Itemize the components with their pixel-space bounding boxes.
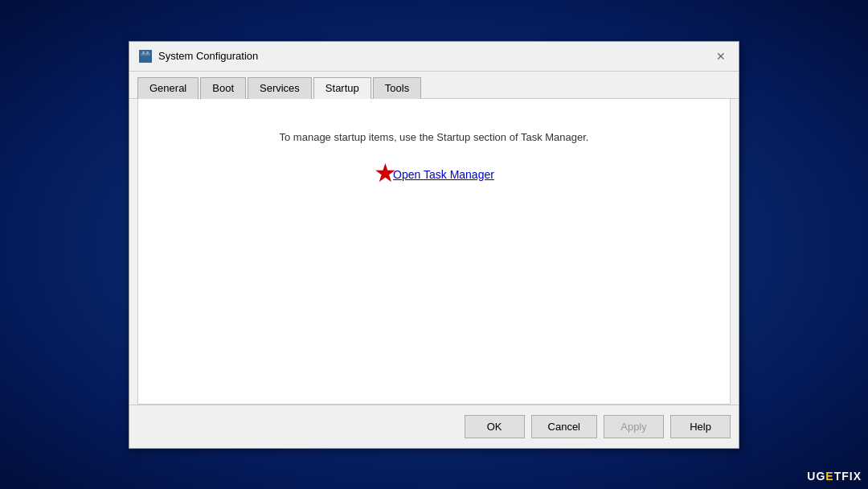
dialog-icon <box>139 50 152 63</box>
tab-bar: General Boot Services Startup Tools <box>129 72 739 99</box>
svg-rect-2 <box>142 51 145 54</box>
dialog-title: System Configuration <box>158 50 258 62</box>
tab-startup[interactable]: Startup <box>313 77 371 99</box>
title-bar-left: System Configuration <box>139 50 258 63</box>
task-manager-container: ★ Open Task Manager <box>374 159 494 190</box>
help-button[interactable]: Help <box>670 415 731 438</box>
watermark-part2: E <box>825 470 833 483</box>
system-configuration-dialog: System Configuration ✕ General Boot Serv… <box>129 41 739 449</box>
cancel-button[interactable]: Cancel <box>531 415 597 438</box>
ok-button[interactable]: OK <box>465 415 525 438</box>
close-button[interactable]: ✕ <box>713 48 729 64</box>
watermark: UGETFIX <box>807 470 862 483</box>
tab-tools[interactable]: Tools <box>373 77 421 99</box>
content-area: To manage startup items, use the Startup… <box>137 99 731 405</box>
apply-button[interactable]: Apply <box>604 415 664 438</box>
title-bar: System Configuration ✕ <box>129 42 739 72</box>
tab-boot[interactable]: Boot <box>200 77 246 99</box>
svg-rect-3 <box>146 51 149 54</box>
tab-services[interactable]: Services <box>248 77 312 99</box>
open-task-manager-link[interactable]: Open Task Manager <box>393 168 494 181</box>
watermark-part1: UG <box>807 470 825 483</box>
svg-rect-1 <box>141 53 150 55</box>
watermark-part3: TFIX <box>834 470 862 483</box>
tab-general[interactable]: General <box>137 77 199 99</box>
dialog-footer: OK Cancel Apply Help <box>129 405 739 448</box>
startup-message: To manage startup items, use the Startup… <box>280 131 589 143</box>
red-star-icon: ★ <box>374 158 397 188</box>
